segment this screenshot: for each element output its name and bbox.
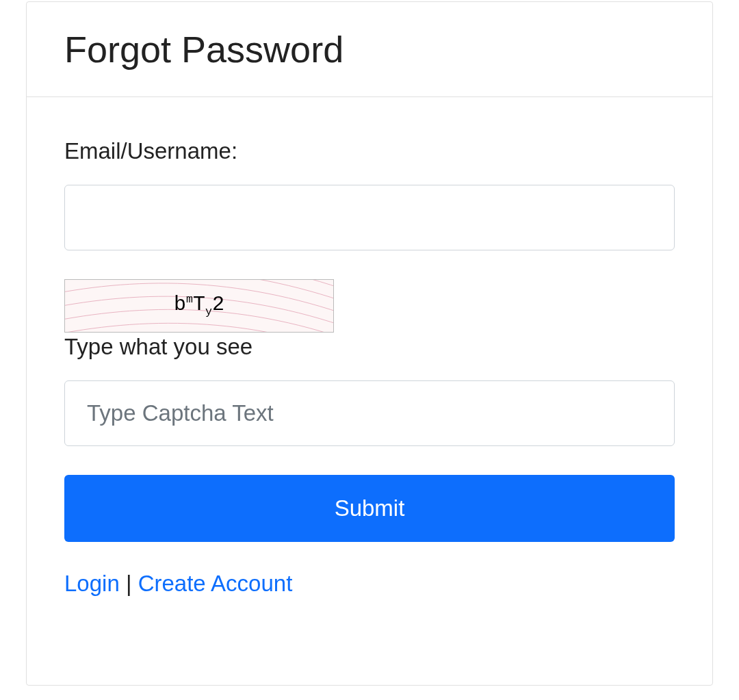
captcha-input[interactable] xyxy=(64,380,675,446)
links-separator: | xyxy=(120,571,138,596)
page-title: Forgot Password xyxy=(64,28,675,70)
email-group: Email/Username: xyxy=(64,138,675,250)
captcha-text: bmTy2 xyxy=(174,294,224,318)
email-input[interactable] xyxy=(64,185,675,250)
card-header: Forgot Password xyxy=(27,2,712,97)
email-label: Email/Username: xyxy=(64,138,675,164)
login-link[interactable]: Login xyxy=(64,571,120,596)
card-body: Email/Username: bmTy2 Type what you see … xyxy=(27,97,712,634)
submit-group: Submit xyxy=(64,475,675,542)
links-row: Login | Create Account xyxy=(64,571,675,597)
captcha-hint: Type what you see xyxy=(64,334,675,360)
captcha-group: bmTy2 Type what you see xyxy=(64,279,675,446)
forgot-password-card: Forgot Password Email/Username: bmTy2 Ty… xyxy=(26,1,713,686)
create-account-link[interactable]: Create Account xyxy=(138,571,293,596)
submit-button[interactable]: Submit xyxy=(64,475,675,542)
captcha-image: bmTy2 xyxy=(64,279,334,333)
